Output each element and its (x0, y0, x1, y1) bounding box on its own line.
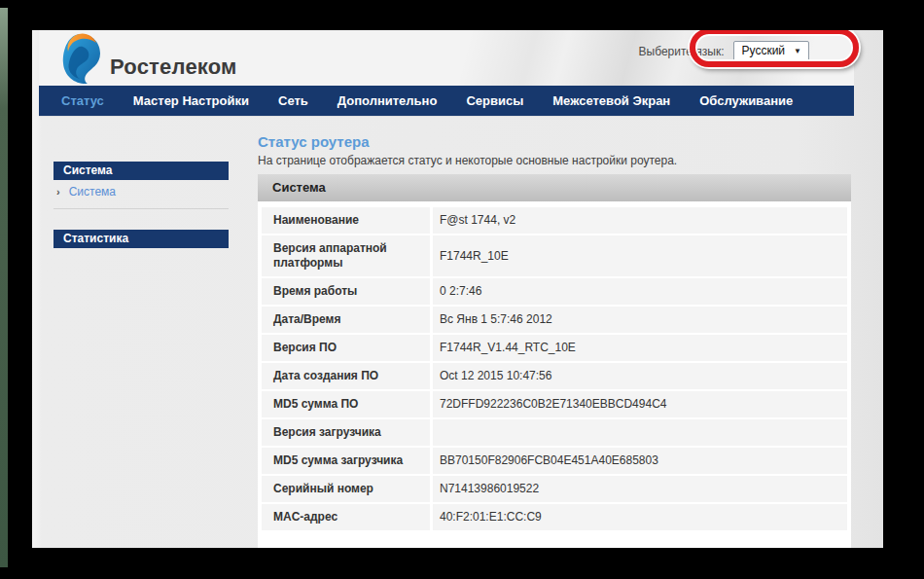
page-description: На странице отображается статус и некото… (258, 154, 677, 167)
nav-item-firewall[interactable]: Межсетевой Экран (552, 93, 670, 108)
screenshot-stage: Ростелеком Выберите язык: Русский ▼ Стат… (0, 0, 924, 579)
row-value: 0 2:7:46 (433, 278, 847, 305)
arrow-right-icon: › (56, 186, 60, 198)
row-label: Серийный номер (262, 476, 430, 502)
nav-item-status[interactable]: Статус (61, 93, 104, 108)
table-row: Время работы 0 2:7:46 (262, 278, 847, 305)
row-label: Дата создания ПО (262, 363, 430, 389)
nav-item-wizard[interactable]: Мастер Настройки (133, 93, 249, 108)
language-current-value: Русский (742, 44, 786, 57)
table-row: Наименование F@st 1744, v2 (262, 207, 847, 234)
nav-item-network[interactable]: Сеть (278, 93, 308, 108)
brand-name: Ростелеком (110, 41, 237, 80)
chevron-down-icon: ▼ (794, 47, 801, 55)
row-label: Наименование (262, 207, 430, 234)
nav-item-services[interactable]: Сервисы (466, 93, 523, 108)
table-row: Дата создания ПО Oct 12 2015 10:47:56 (262, 363, 847, 389)
row-value: Oct 12 2015 10:47:56 (433, 363, 847, 389)
row-value: F1744R_10E (433, 243, 847, 270)
site-header: Ростелеком Выберите язык: Русский ▼ (39, 30, 854, 86)
table-section-header: Система (258, 174, 851, 201)
row-value: 40:F2:01:E1:CC:C9 (433, 504, 847, 530)
nav-item-advanced[interactable]: Дополнительно (338, 93, 438, 108)
row-value: F1744R_V1.44_RTC_10E (433, 335, 847, 361)
row-label: Дата/Время (262, 307, 430, 333)
desktop-edge-strip (0, 8, 8, 567)
row-value: 72DFFD922236C0B2E71340EBBCD494C4 (433, 391, 847, 417)
row-label: Версия ПО (262, 335, 430, 361)
row-label: MAC-адрес (262, 504, 430, 530)
system-info-table: Наименование F@st 1744, v2 Версия аппара… (258, 201, 851, 548)
row-label: Время работы (262, 278, 430, 305)
row-value: F@st 1744, v2 (433, 207, 847, 234)
row-value: N71413986019522 (433, 476, 847, 502)
language-label: Выберите язык: (639, 45, 725, 58)
row-label: Версия загрузчика (262, 419, 430, 446)
sidebar-section-statistics: Статистика (53, 230, 229, 248)
table-row: Дата/Время Вс Янв 1 5:7:46 2012 (262, 307, 847, 333)
table-row: Версия аппаратной платформы F1744R_10E (262, 235, 847, 276)
row-label: MD5 сумма загрузчика (262, 448, 430, 474)
sidebar-link-system[interactable]: Система (69, 185, 116, 199)
main-nav: Статус Мастер Настройки Сеть Дополнитель… (39, 86, 854, 117)
table-row: MD5 сумма загрузчика BB70150F82906FCB04E… (262, 448, 847, 474)
rostelecom-logo-icon (58, 32, 103, 89)
table-row: Версия ПО F1744R_V1.44_RTC_10E (262, 335, 847, 361)
page-title: Статус роутера (258, 133, 370, 150)
table-row: MD5 сумма ПО 72DFFD922236C0B2E71340EBBCD… (262, 391, 847, 417)
router-admin-page: Ростелеком Выберите язык: Русский ▼ Стат… (32, 30, 883, 548)
row-label: MD5 сумма ПО (262, 391, 430, 417)
nav-item-maintenance[interactable]: Обслуживание (699, 93, 793, 108)
table-row: Версия загрузчика (262, 419, 847, 446)
row-value: BB70150F82906FCB04E451A40E685803 (433, 448, 847, 474)
table-row: MAC-адрес 40:F2:01:E1:CC:C9 (262, 504, 847, 530)
row-value (433, 427, 847, 439)
row-label: Версия аппаратной платформы (262, 235, 430, 276)
sidebar-item-system[interactable]: › Система (56, 185, 116, 199)
language-select[interactable]: Русский ▼ (733, 41, 809, 61)
table-row: Серийный номер N71413986019522 (262, 476, 847, 502)
row-value: Вс Янв 1 5:7:46 2012 (433, 307, 847, 333)
sidebar-section-system: Система (53, 162, 229, 180)
brand: Ростелеком (58, 32, 237, 89)
language-selector: Выберите язык: Русский ▼ (639, 41, 809, 61)
sidebar-divider (53, 208, 229, 209)
